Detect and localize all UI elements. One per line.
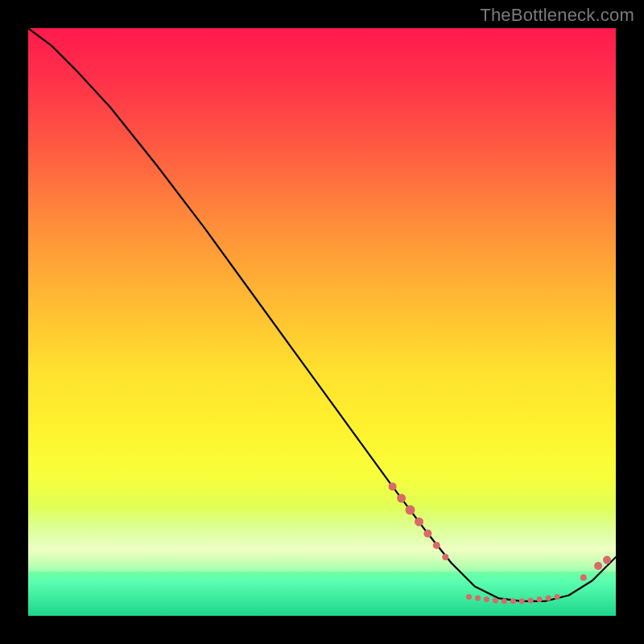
data-point-marker (594, 562, 602, 570)
data-point-marker (510, 598, 516, 604)
data-point-marker (484, 597, 489, 602)
attribution-text: TheBottleneck.com (480, 5, 634, 26)
chart-frame: TheBottleneck.com (0, 0, 644, 644)
plot-area (28, 28, 616, 616)
data-point-marker (475, 596, 481, 601)
data-point-marker (433, 542, 440, 549)
bottleneck-curve (28, 28, 616, 601)
data-point-marker (389, 482, 397, 490)
data-point-marker (580, 575, 587, 581)
data-point-marker (415, 518, 423, 526)
data-point-marker (423, 530, 431, 538)
curve-layer (28, 28, 616, 616)
data-point-marker (555, 594, 560, 600)
data-point-marker (502, 598, 507, 604)
data-point-marker (528, 598, 534, 604)
data-point-marker (406, 506, 415, 515)
data-point-marker (519, 598, 525, 604)
data-point-marker (537, 597, 543, 602)
data-point-marker (442, 554, 448, 560)
data-point-marker (397, 494, 406, 503)
data-point-marker (546, 596, 551, 601)
data-point-marker (603, 556, 611, 564)
data-point-marker (466, 594, 472, 600)
data-point-marker (493, 598, 498, 604)
curve-markers (389, 482, 611, 604)
